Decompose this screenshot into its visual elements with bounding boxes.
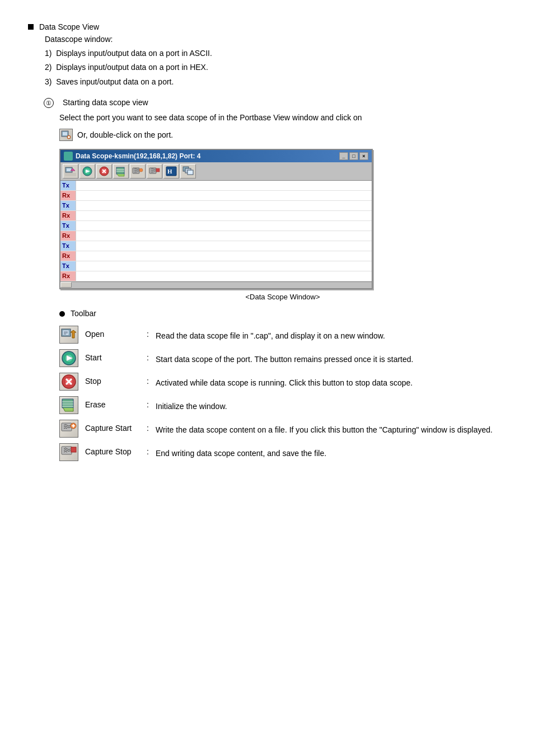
svg-marker-32 xyxy=(71,330,76,338)
bullet-square-icon xyxy=(28,24,34,30)
ds-row-tx4: Tx xyxy=(60,241,372,251)
ds-row-rx3: Rx xyxy=(60,231,372,241)
portbase-icon xyxy=(59,129,73,141)
ds-open-btn[interactable] xyxy=(63,164,78,179)
ds-window: Data Scope-ksmin(192,168,1,82) Port: 4 _… xyxy=(59,149,373,289)
ds-titlebar-icon xyxy=(64,152,73,161)
svg-rect-21 xyxy=(156,168,160,172)
cap-start-icon xyxy=(59,420,78,438)
ds-row-rx1: Rx xyxy=(60,191,372,201)
sub-section-start: ① Starting data scope view Select the po… xyxy=(44,98,506,461)
ds-rx-label: Rx xyxy=(60,191,76,200)
or-text-row: Or, double-click on the port. xyxy=(59,129,506,141)
start-icon xyxy=(59,349,78,367)
stop-colon: : xyxy=(147,373,156,386)
ds-toolbar-bar: H xyxy=(60,162,372,181)
ds-stop-btn[interactable] xyxy=(96,164,112,179)
ds-tx-label: Tx xyxy=(60,181,76,190)
cap-stop-colon: : xyxy=(147,443,156,456)
section-header: Data Scope View xyxy=(28,22,506,31)
cap-start-desc: Write the data scope content on a file. … xyxy=(156,420,506,436)
portbase-icon-svg xyxy=(61,130,71,140)
sub-section-header: ① Starting data scope view xyxy=(44,98,506,108)
ds-window-title: Data Scope-ksmin(192,168,1,82) Port: 4 xyxy=(76,152,200,160)
stop-desc: Activated while data scope is running. C… xyxy=(156,373,506,389)
cap-stop-icon xyxy=(59,443,78,461)
toolbar-section: Toolbar Open : Read the data scope file … xyxy=(59,309,506,461)
main-content: Data Scope View Datascope window: 1) Dis… xyxy=(28,22,506,461)
svg-rect-15 xyxy=(116,167,124,174)
stop-icon xyxy=(59,373,78,391)
ds-titlebar-controls[interactable]: _ □ × xyxy=(339,152,368,160)
open-label: Open xyxy=(85,326,147,339)
ds-row-tx2: Tx xyxy=(60,201,372,211)
svg-rect-1 xyxy=(63,132,67,135)
datascope-label: Datascope window: xyxy=(45,35,506,44)
ds-row-tx1: Tx xyxy=(60,181,372,191)
ds-hex-btn[interactable]: H xyxy=(163,164,179,179)
svg-text:H: H xyxy=(167,168,172,175)
cap-start-colon: : xyxy=(147,420,156,433)
feature-2: 2) Displays input/output data on a port … xyxy=(45,61,506,73)
erase-desc: Initialize the window. xyxy=(156,396,506,412)
cap-start-label: Capture Start xyxy=(85,420,147,433)
open-desc: Read the data scope file in ".cap", and … xyxy=(156,326,506,342)
ds-capstop-btn[interactable] xyxy=(147,164,162,179)
ds-erase-btn[interactable] xyxy=(113,164,129,179)
ds-scrollbar-thumb[interactable] xyxy=(60,282,72,288)
cap-stop-label: Capture Stop xyxy=(85,443,147,456)
stop-label: Stop xyxy=(85,373,147,386)
ds-scrollbar[interactable] xyxy=(60,281,372,288)
erase-colon: : xyxy=(147,396,156,409)
section-title: Data Scope View xyxy=(39,22,99,31)
ds-capstart-btn[interactable] xyxy=(130,164,146,179)
erase-icon xyxy=(59,396,78,414)
toolbar-item-start: Start : Start data scope of the port. Th… xyxy=(59,349,506,367)
feature-3: 3) Saves input/output data on a port. xyxy=(45,76,506,88)
ds-row-rx2: Rx xyxy=(60,211,372,221)
svg-rect-39 xyxy=(62,399,73,408)
erase-label: Erase xyxy=(85,396,147,409)
open-icon xyxy=(59,326,78,344)
ds-titlebar: Data Scope-ksmin(192,168,1,82) Port: 4 _… xyxy=(60,150,372,162)
svg-rect-26 xyxy=(188,170,193,175)
toolbar-item-cap-start: Capture Start : Write the data scope con… xyxy=(59,420,506,438)
toolbar-item-cap-stop: Capture Stop : End writing data scope co… xyxy=(59,443,506,461)
feature-1: 1) Displays input/output data on a port … xyxy=(45,47,506,59)
bullet-circle-icon xyxy=(59,311,65,317)
minimize-button[interactable]: _ xyxy=(339,152,348,160)
svg-rect-8 xyxy=(65,173,76,176)
start-label: Start xyxy=(85,349,147,362)
ds-row-rx5: Rx xyxy=(60,271,372,281)
start-colon: : xyxy=(147,349,156,362)
ds-window-caption: <Data Scope Window> xyxy=(59,293,506,301)
toolbar-label: Toolbar xyxy=(71,309,96,318)
open-colon: : xyxy=(147,326,156,339)
ds-multi-btn[interactable] xyxy=(180,164,196,179)
toolbar-item-stop: Stop : Activated while data scope is run… xyxy=(59,373,506,391)
ds-start-btn[interactable] xyxy=(79,164,95,179)
ds-row-rx4: Rx xyxy=(60,251,372,261)
maximize-button[interactable]: □ xyxy=(349,152,358,160)
start-desc: Start data scope of the port. The button… xyxy=(156,349,506,365)
close-button[interactable]: × xyxy=(359,152,368,160)
circled-1: ① xyxy=(44,98,54,108)
select-text: Select the port you want to see data sco… xyxy=(59,111,506,124)
features-list: 1) Displays input/output data on a port … xyxy=(45,47,506,88)
svg-rect-28 xyxy=(63,330,69,335)
svg-point-19 xyxy=(139,168,143,172)
svg-rect-48 xyxy=(71,447,76,452)
ds-window-container: Data Scope-ksmin(192,168,1,82) Port: 4 _… xyxy=(59,149,506,301)
toolbar-item-open: Open : Read the data scope file in ".cap… xyxy=(59,326,506,344)
ds-row-tx5: Tx xyxy=(60,261,372,271)
toolbar-header: Toolbar xyxy=(59,309,506,318)
ds-data-content: Tx Rx Tx Rx xyxy=(60,181,372,288)
sub-section-title: Starting data scope view xyxy=(63,98,148,107)
toolbar-item-erase: Erase : Initialize the window. xyxy=(59,396,506,414)
cap-stop-desc: End writing data scope content, and save… xyxy=(156,443,506,459)
ds-row-tx3: Tx xyxy=(60,221,372,231)
